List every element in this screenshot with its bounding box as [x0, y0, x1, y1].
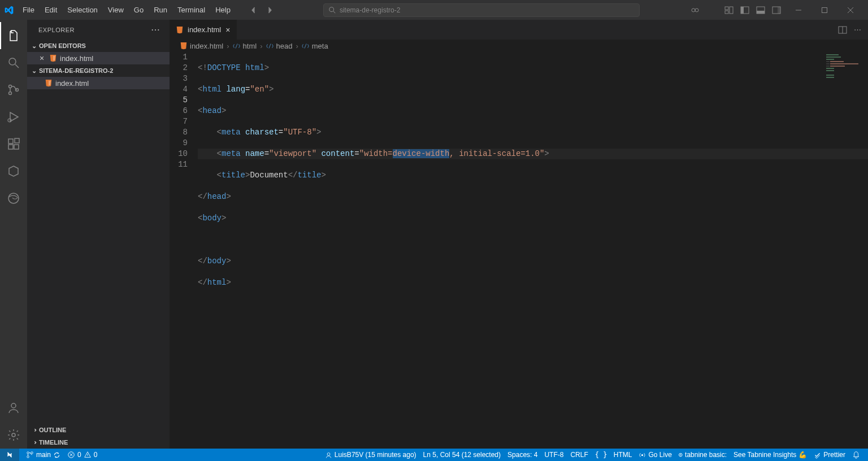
timeline-section[interactable]: ⌄ TIMELINE: [27, 436, 170, 449]
nav-back-icon[interactable]: [246, 3, 260, 17]
activity-settings-icon[interactable]: [0, 421, 27, 449]
svg-point-0: [329, 7, 334, 11]
command-center-search[interactable]: sitema-de-registro-2: [323, 3, 640, 17]
activity-account-icon[interactable]: [0, 394, 27, 421]
file-tree-item[interactable]: index.html: [27, 77, 170, 89]
svg-line-1: [333, 11, 336, 13]
breadcrumb[interactable]: index.html › html › head › meta: [170, 40, 868, 52]
workspace-section[interactable]: ⌄ SITEMA-DE-REGISTRO-2: [27, 64, 170, 77]
svg-line-18: [15, 64, 19, 68]
explorer-title: EXPLORER: [38, 27, 75, 33]
workspace-label: SITEMA-DE-REGISTRO-2: [39, 67, 113, 74]
activity-orm-icon[interactable]: [0, 158, 27, 185]
file-tree-filename: index.html: [55, 79, 89, 88]
status-tabnine-insights[interactable]: See Tabnine Insights 💪: [730, 449, 810, 461]
status-eol[interactable]: CRLF: [567, 449, 591, 461]
close-window-button[interactable]: [837, 0, 863, 20]
svg-point-17: [9, 58, 16, 65]
open-editors-section[interactable]: ⌄ OPEN EDITORS: [27, 40, 170, 52]
chevron-right-icon: ⌄: [31, 428, 38, 433]
outline-label: OUTLINE: [39, 427, 66, 433]
svg-point-29: [12, 433, 15, 437]
vscode-logo-icon: [5, 6, 14, 15]
activity-bar: [0, 20, 27, 449]
menu-terminal[interactable]: Terminal: [173, 3, 210, 16]
activity-explorer-icon[interactable]: [0, 22, 27, 49]
menu-view[interactable]: View: [103, 3, 128, 16]
tab-label: index.html: [188, 25, 221, 34]
toggle-panel-icon[interactable]: [756, 6, 765, 15]
minimize-button[interactable]: [785, 0, 811, 20]
status-language[interactable]: { } HTML: [592, 449, 636, 461]
status-prettier[interactable]: Prettier: [810, 449, 849, 461]
open-editor-item[interactable]: × index.html: [27, 52, 170, 64]
status-golive[interactable]: Go Live: [635, 449, 675, 461]
remote-button[interactable]: [0, 449, 19, 461]
minimap[interactable]: [826, 54, 860, 94]
error-icon: [67, 451, 75, 459]
outline-section[interactable]: ⌄ OUTLINE: [27, 424, 170, 436]
explorer-more-icon[interactable]: ⋯: [151, 24, 160, 35]
timeline-label: TIMELINE: [39, 439, 68, 446]
svg-point-20: [9, 92, 12, 95]
status-bar: main 0 0 LuisB75V (15 minutes ago) Ln 5,…: [0, 449, 868, 461]
sync-icon: [53, 451, 60, 459]
html-file-icon: [175, 25, 184, 34]
status-spaces[interactable]: Spaces: 4: [504, 449, 541, 461]
menu-help[interactable]: Help: [211, 3, 235, 16]
svg-rect-4: [725, 7, 728, 10]
more-actions-icon[interactable]: ⋯: [854, 25, 861, 34]
svg-rect-23: [8, 139, 13, 143]
maximize-button[interactable]: [811, 0, 837, 20]
svg-rect-12: [778, 7, 780, 14]
line-gutter: 1 2 3 4 5 6 7 8 9 10 11: [170, 52, 198, 449]
html-file-icon: [44, 79, 53, 88]
svg-point-34: [31, 452, 33, 454]
breadcrumb-html[interactable]: html: [243, 42, 257, 50]
svg-point-3: [695, 8, 698, 12]
svg-rect-26: [15, 138, 19, 143]
editor-tab[interactable]: index.html ×: [170, 20, 237, 40]
breadcrumb-head[interactable]: head: [276, 42, 293, 50]
tab-close-icon[interactable]: ×: [224, 25, 231, 34]
activity-extensions-icon[interactable]: [0, 131, 27, 158]
warning-icon: [84, 451, 92, 459]
toggle-secondary-sidebar-icon[interactable]: [772, 6, 781, 15]
activity-run-debug-icon[interactable]: [0, 103, 27, 131]
status-blame[interactable]: LuisB75V (15 minutes ago): [322, 449, 420, 461]
menu-edit[interactable]: Edit: [40, 3, 62, 16]
broadcast-icon: [639, 451, 646, 459]
menu-go[interactable]: Go: [129, 3, 148, 16]
status-encoding[interactable]: UTF-8: [541, 449, 567, 461]
svg-point-22: [8, 119, 11, 122]
svg-rect-25: [14, 145, 19, 149]
status-branch[interactable]: main: [23, 449, 64, 461]
breadcrumb-meta[interactable]: meta: [312, 42, 328, 50]
toggle-sidebar-icon[interactable]: [740, 6, 749, 15]
activity-edge-icon[interactable]: [0, 185, 27, 212]
close-editor-icon[interactable]: ×: [37, 54, 46, 63]
menu-run[interactable]: Run: [149, 3, 172, 16]
nav-forward-icon[interactable]: [263, 3, 277, 17]
code-content[interactable]: <!DOCTYPE html> <html lang="en"> <head> …: [198, 52, 868, 449]
svg-rect-24: [8, 145, 13, 149]
svg-point-32: [27, 452, 29, 454]
status-tabnine[interactable]: ⊙ tabnine basic:: [675, 449, 730, 461]
chevron-down-icon: ⌄: [32, 67, 37, 75]
status-cursor[interactable]: Ln 5, Col 54 (12 selected): [420, 449, 504, 461]
status-problems[interactable]: 0 0: [64, 449, 101, 461]
activity-source-control-icon[interactable]: [0, 76, 27, 103]
breadcrumb-file[interactable]: index.html: [190, 42, 223, 50]
activity-search-icon[interactable]: [0, 49, 27, 76]
svg-point-39: [327, 453, 330, 455]
title-bar: File Edit Selection View Go Run Terminal…: [0, 0, 868, 20]
menu-selection[interactable]: Selection: [63, 3, 102, 16]
layout-customize-icon[interactable]: [724, 6, 734, 15]
copilot-icon[interactable]: [691, 6, 700, 15]
check-icon: [814, 451, 821, 459]
code-editor[interactable]: 1 2 3 4 5 6 7 8 9 10 11 <!DOCTYPE html> …: [170, 52, 868, 449]
status-notifications[interactable]: [849, 449, 863, 461]
symbol-icon: [266, 42, 274, 50]
menu-file[interactable]: File: [18, 3, 39, 16]
split-editor-icon[interactable]: [838, 25, 847, 34]
